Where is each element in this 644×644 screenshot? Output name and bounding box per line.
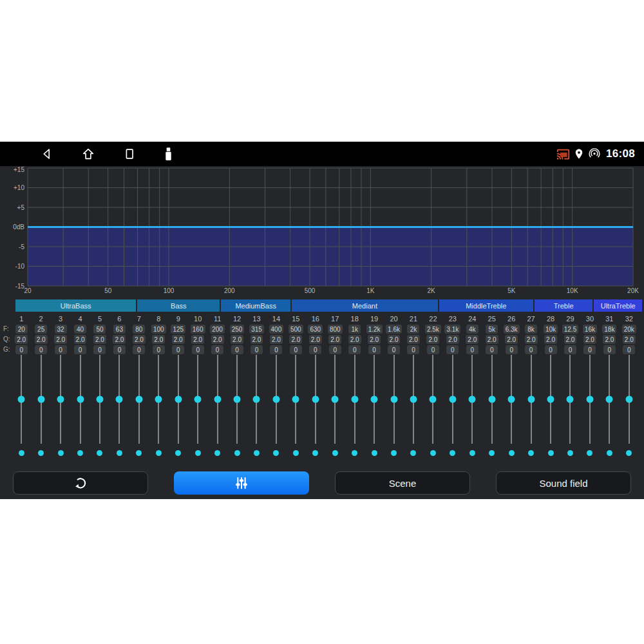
- q-value-chip: 2.0: [328, 335, 341, 344]
- status-bar: 16:08: [0, 142, 644, 166]
- slider-knob[interactable]: [351, 396, 358, 403]
- gain-slider[interactable]: [325, 355, 345, 444]
- reset-button[interactable]: [13, 471, 148, 495]
- gain-slider[interactable]: [227, 355, 247, 444]
- sound-field-button[interactable]: Sound field: [496, 471, 631, 495]
- gain-slider[interactable]: [580, 355, 600, 444]
- recents-icon[interactable]: [122, 147, 137, 161]
- gain-slider[interactable]: [286, 355, 305, 444]
- slider-knob[interactable]: [606, 396, 613, 403]
- freq-value-chip-row: 125: [171, 324, 185, 334]
- gain-slider[interactable]: [384, 355, 403, 444]
- slider-knob[interactable]: [332, 396, 339, 403]
- freq-value-chip-row: 1k: [348, 324, 361, 334]
- gain-slider[interactable]: [600, 355, 619, 444]
- slider-knob[interactable]: [371, 396, 378, 403]
- slider-knob[interactable]: [96, 396, 103, 403]
- freq-value-chip: 16k: [583, 325, 597, 334]
- q-value-chip: 2.0: [93, 335, 106, 344]
- gain-slider[interactable]: [502, 355, 521, 444]
- gain-slider[interactable]: [70, 355, 90, 444]
- freq-value-chip: 3.1k: [444, 325, 460, 334]
- channel-indicator-dot: [450, 450, 455, 456]
- gain-slider[interactable]: [560, 355, 580, 444]
- slider-knob[interactable]: [175, 396, 182, 403]
- slider-knob[interactable]: [469, 396, 476, 403]
- slider-knob[interactable]: [214, 396, 221, 403]
- gain-slider[interactable]: [109, 355, 129, 444]
- slider-knob[interactable]: [586, 396, 593, 403]
- channel-indicator-dot: [136, 450, 142, 456]
- gain-slider[interactable]: [129, 355, 149, 444]
- slider-knob[interactable]: [77, 396, 84, 403]
- slider-knob[interactable]: [57, 396, 64, 403]
- slider-knob[interactable]: [116, 396, 123, 403]
- slider-knob[interactable]: [194, 396, 202, 403]
- slider-knob[interactable]: [547, 396, 554, 403]
- gain-slider[interactable]: [306, 355, 325, 444]
- slider-knob[interactable]: [508, 396, 515, 403]
- back-icon[interactable]: [40, 147, 54, 161]
- x-axis-tick-label: 1K: [366, 287, 375, 294]
- slider-knob[interactable]: [18, 396, 25, 403]
- gain-value-chip: 0: [466, 345, 478, 354]
- gain-slider[interactable]: [365, 355, 384, 444]
- channel-indicator-dot: [77, 450, 83, 456]
- q-value-chip-row: 2.0: [191, 334, 204, 345]
- slider-knob[interactable]: [410, 396, 417, 403]
- slider-knob[interactable]: [527, 396, 535, 403]
- equalizer-tab-button[interactable]: [174, 471, 309, 495]
- slider-knob[interactable]: [449, 396, 456, 403]
- slider-knob[interactable]: [135, 396, 142, 403]
- gain-slider[interactable]: [345, 355, 364, 444]
- gain-slider[interactable]: [31, 355, 50, 444]
- channel-number: 29: [566, 314, 574, 324]
- slider-knob[interactable]: [430, 396, 437, 403]
- gain-row-label: G:: [3, 345, 10, 355]
- gain-slider[interactable]: [423, 355, 442, 444]
- gain-slider[interactable]: [620, 355, 639, 444]
- slider-knob[interactable]: [272, 396, 279, 403]
- slider-knob[interactable]: [312, 396, 319, 403]
- gain-slider[interactable]: [541, 355, 560, 444]
- channel-number: 32: [625, 314, 633, 324]
- q-value-chip-row: 2.0: [348, 334, 361, 345]
- slider-knob[interactable]: [253, 396, 260, 403]
- slider-knob[interactable]: [155, 396, 162, 403]
- freq-value-chip: 4k: [466, 325, 478, 334]
- slider-knob[interactable]: [234, 396, 241, 403]
- home-icon[interactable]: [81, 147, 95, 161]
- slider-knob[interactable]: [390, 396, 397, 403]
- gain-value-chip: 0: [74, 345, 86, 354]
- gain-slider[interactable]: [188, 355, 207, 444]
- bottom-toolbar: Scene Sound field: [13, 471, 631, 495]
- eq-channel-31: 3118k2.00: [600, 314, 619, 456]
- gain-slider[interactable]: [51, 355, 70, 444]
- gain-slider[interactable]: [521, 355, 540, 444]
- gain-slider[interactable]: [207, 355, 227, 444]
- q-value-chip: 2.0: [486, 335, 498, 344]
- gain-slider[interactable]: [404, 355, 423, 444]
- gain-slider[interactable]: [482, 355, 502, 444]
- slider-knob[interactable]: [37, 396, 44, 403]
- gain-value-chip: 0: [35, 345, 47, 354]
- slider-knob[interactable]: [625, 396, 632, 403]
- slider-knob[interactable]: [567, 396, 574, 403]
- channel-number: 21: [410, 314, 417, 324]
- gain-slider[interactable]: [90, 355, 109, 444]
- channel-indicator-dot: [214, 450, 220, 456]
- gain-value-chip: 0: [113, 345, 126, 354]
- scene-button[interactable]: Scene: [335, 471, 470, 495]
- channel-number: 1: [19, 314, 23, 324]
- slider-knob[interactable]: [292, 396, 299, 403]
- q-value-chip: 2.0: [505, 335, 518, 344]
- gain-slider[interactable]: [247, 355, 266, 444]
- gain-slider[interactable]: [149, 355, 168, 444]
- gain-slider[interactable]: [462, 355, 482, 444]
- gain-slider[interactable]: [443, 355, 462, 444]
- slider-knob[interactable]: [488, 396, 495, 403]
- gain-slider[interactable]: [12, 355, 31, 444]
- gain-slider[interactable]: [267, 355, 286, 444]
- band-segment-bass: Bass: [137, 299, 220, 312]
- gain-slider[interactable]: [169, 355, 188, 444]
